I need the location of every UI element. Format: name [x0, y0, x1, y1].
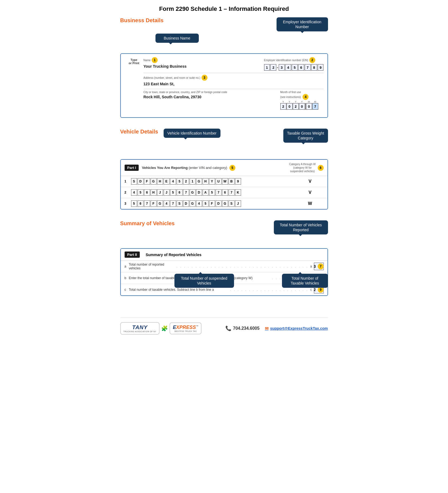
tooltip-business-name: Business Name — [155, 34, 199, 43]
vin-char: D — [216, 200, 222, 207]
badge-5: 5 — [229, 165, 235, 171]
vehicle-category-3: W — [297, 201, 324, 206]
sum-letter-a: a — [125, 265, 129, 268]
vin-char: 2 — [183, 178, 189, 185]
logo-express-subtext: BESTPSS TRUCK TAX — [174, 330, 197, 332]
vehicle-row-num-2: 2 — [125, 191, 131, 194]
month-col-2: Y 0 — [287, 100, 293, 110]
badge-1: 1 — [152, 57, 158, 63]
month-box-label-y2: Y — [288, 100, 290, 103]
vin-char: U — [216, 178, 222, 185]
vin-char: D — [138, 178, 144, 185]
vin-char: K — [235, 189, 241, 196]
vin-char: F — [144, 178, 150, 185]
badge-4: 4 — [303, 94, 309, 100]
tooltip-total-suspended: Total Number of suspended Vehicles — [174, 274, 234, 288]
summary-form-box: Part II Summary of Reported Vehicles a T… — [120, 248, 328, 296]
vin-char: 1 — [190, 178, 196, 185]
city-value: Rock Hill, South Carolina, 29730 — [144, 94, 278, 100]
month-col-4: Y 0 — [299, 100, 305, 110]
ein-digit-2: 2 — [270, 64, 276, 71]
ein-digit-6: 6 — [298, 64, 304, 71]
vehicle-row-1: 1 S D F G H E 4 5 2 1 G H Y U W B 9 V — [121, 176, 327, 187]
phone-icon: 📞 — [225, 325, 231, 331]
city-field-label: City or town, state or province, country… — [144, 91, 278, 94]
badge-7: 7 — [318, 263, 324, 269]
logo-tany: TANY TRUCKING ASSOCIATION OF NY — [120, 322, 160, 335]
ein-col: Employer identification number (EIN) 2 1… — [264, 57, 324, 71]
summary-part-desc: Summary of Reported Vehicles — [146, 253, 202, 257]
logo-express-text: EXPRESS™ — [173, 325, 198, 330]
month-col-5: M 0 — [306, 100, 312, 110]
vin-char: 4 — [164, 200, 170, 207]
address-field-label: Address (number, street, and room or sui… — [144, 75, 321, 81]
address-main: Address (number, street, and room or sui… — [144, 75, 324, 87]
vin-char: 5 — [177, 178, 183, 185]
email-address: support@ExpressTruckTax.com — [270, 326, 328, 331]
vin-char: G — [190, 189, 196, 196]
vin-char: J — [157, 189, 163, 196]
vin-char: 4 — [170, 178, 176, 185]
vehicle-row-num-3: 3 — [125, 202, 131, 205]
tooltip-total-taxable: Total Number of Taxable Vehicles — [282, 274, 328, 288]
cat-header: Category A through W (category W for sus… — [289, 162, 316, 173]
vehicle-form-box: Part I Vehicles You Are Reporting (enter… — [120, 159, 328, 210]
vin-char: 7 — [229, 189, 235, 196]
puzzle-connector: 🧩 — [161, 325, 168, 332]
ein-digit-9: 9 — [318, 64, 324, 71]
month-digit-5: 0 — [306, 103, 312, 110]
badge-6: 6 — [318, 165, 324, 171]
ein-digit-7: 7 — [305, 64, 311, 71]
month-label: Month of first use (see instructions) 4 — [280, 91, 324, 100]
address-row: Address (number, street, and room or sui… — [144, 75, 324, 87]
vin-char: 7 — [144, 200, 150, 207]
sum-desc-a: Total number of reported vehicles — [129, 263, 177, 270]
sum-letter-b: b — [125, 276, 129, 280]
page-title: Form 2290 Schedule 1 – Information Requi… — [120, 5, 328, 12]
summary-section: Summary of Vehicles Total Number of Vehi… — [120, 220, 328, 296]
vin-char: J — [164, 189, 170, 196]
ein-boxes: 1 2 - 3 4 5 6 7 8 9 — [264, 64, 324, 71]
badge-3: 3 — [202, 75, 207, 81]
vin-char: 7 — [170, 200, 176, 207]
ein-digit-5: 5 — [292, 64, 298, 71]
vin-char: G — [157, 200, 163, 207]
sum-code-c: c — [309, 288, 314, 292]
divider-1 — [144, 73, 324, 73]
month-divider — [305, 103, 306, 110]
business-section: Business Details Employer Identification… — [120, 17, 328, 118]
summary-part-label: Part II — [125, 252, 140, 258]
summary-part-header: Part II Summary of Reported Vehicles — [121, 249, 327, 261]
vehicle-part-label: Part I — [125, 165, 139, 171]
month-box-label-m2: M — [314, 100, 316, 103]
city-month-row: City or town, state or province, country… — [144, 91, 324, 110]
vin-char: H — [203, 178, 209, 185]
vin-char: B — [229, 178, 235, 185]
vin-char: 6 — [144, 189, 150, 196]
vin-char: 6 — [222, 189, 228, 196]
vin-char: G — [190, 200, 196, 207]
vin-char: 5 — [138, 189, 144, 196]
address-value: 123 East Main St, — [144, 81, 321, 87]
contact-email[interactable]: ✉ support@ExpressTruckTax.com — [265, 326, 328, 331]
month-boxes: Y 2 Y 0 Y 2 Y — [280, 100, 324, 110]
ein-digit-8: 8 — [311, 64, 317, 71]
vin-char: W — [222, 178, 228, 185]
vin-char: H — [151, 189, 157, 196]
ein-field-label: Employer identification number (EIN) 2 — [264, 57, 324, 63]
vin-char: D — [196, 189, 202, 196]
ein-digit-4: 4 — [285, 64, 291, 71]
vin-char: Y — [209, 178, 215, 185]
vin-char: J — [235, 200, 241, 207]
name-ein-inner-row: Name 1 Your Trucking Business Employer i… — [144, 57, 324, 71]
month-box-label-y4: Y — [301, 100, 303, 103]
ein-digit-3: 3 — [279, 64, 285, 71]
sum-value-a: 3 7 — [314, 263, 324, 270]
month-digit-1: 2 — [280, 103, 286, 110]
vin-char: A — [203, 189, 209, 196]
month-col-1: Y 2 — [280, 100, 286, 110]
logo-tany-subtext: TRUCKING ASSOCIATION OF NY — [124, 331, 157, 332]
tooltip-total-reported: Total Number of Vehicles Reported — [274, 220, 328, 234]
sum-desc-c: Total number of taxable vehicles. Subtra… — [129, 288, 230, 292]
summary-row-a: a Total number of reported vehicles . . … — [121, 261, 327, 272]
